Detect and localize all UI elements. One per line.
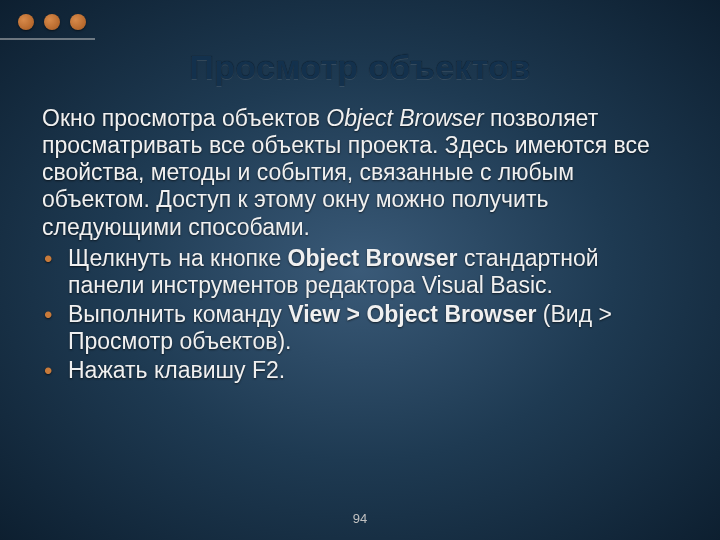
bullet-before: Нажать клавишу F2. bbox=[68, 357, 285, 383]
dot-icon bbox=[70, 14, 86, 30]
bullet-before: Щелкнуть на кнопке bbox=[68, 245, 288, 271]
dot-icon bbox=[18, 14, 34, 30]
bullet-bold: Object Browser bbox=[288, 245, 458, 271]
intro-paragraph: Окно просмотра объектов Object Browser п… bbox=[42, 105, 678, 241]
page-number: 94 bbox=[0, 511, 720, 526]
dot-icon bbox=[44, 14, 60, 30]
slide-title: Просмотр объектов bbox=[0, 48, 720, 87]
slide-content: Окно просмотра объектов Object Browser п… bbox=[42, 105, 678, 384]
list-item: Щелкнуть на кнопке Object Browser станда… bbox=[42, 245, 678, 299]
intro-italic: Object Browser bbox=[326, 105, 483, 131]
bullet-list: Щелкнуть на кнопке Object Browser станда… bbox=[42, 245, 678, 385]
decorative-line bbox=[0, 38, 95, 40]
list-item: Нажать клавишу F2. bbox=[42, 357, 678, 384]
intro-prefix: Окно просмотра объектов bbox=[42, 105, 326, 131]
list-item: Выполнить команду View > Object Browser … bbox=[42, 301, 678, 355]
bullet-bold: View > Object Browser bbox=[288, 301, 536, 327]
decorative-dots bbox=[18, 14, 86, 30]
bullet-before: Выполнить команду bbox=[68, 301, 288, 327]
